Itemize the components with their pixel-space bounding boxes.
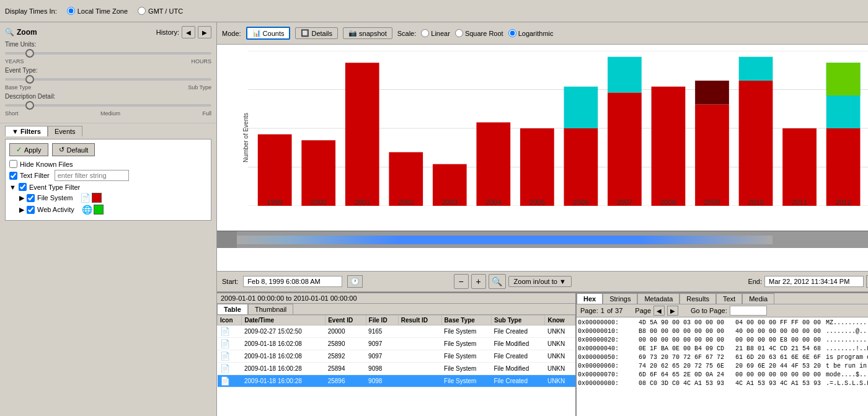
zoom-in-button[interactable]: + xyxy=(471,274,486,289)
web-activity-item: ▶ Web Activity 🌐 xyxy=(19,205,207,215)
hex-tab-strings[interactable]: Strings xyxy=(603,293,637,304)
cell-result-id xyxy=(398,350,441,363)
table-row[interactable]: 📄 2009-01-18 16:00:28 25894 9098 File Sy… xyxy=(218,363,575,375)
hide-known-checkbox[interactable] xyxy=(9,160,17,168)
bar-chart-svg: 1999 2000 2001 2002 2003 2004 2005 2006 … xyxy=(248,51,868,206)
chart-area: Number of Events xyxy=(217,45,868,271)
reset-icon: ↺ xyxy=(59,146,64,154)
cell-sub-type: File Modified xyxy=(492,363,545,375)
svg-text:2000: 2000 xyxy=(311,199,327,206)
col-event-id: Event ID xyxy=(326,316,366,325)
apply-button[interactable]: ✓ Apply xyxy=(9,143,48,156)
cell-base-type: File System xyxy=(441,375,491,387)
cell-result-id xyxy=(398,325,441,338)
checkmark-icon: ✓ xyxy=(16,146,22,154)
svg-rect-18 xyxy=(695,81,729,104)
event-type-checkbox[interactable] xyxy=(19,183,27,191)
cell-file-id: 9097 xyxy=(366,350,398,363)
zoom-title-text: Zoom xyxy=(17,28,37,37)
expand-web-icon: ▶ xyxy=(19,206,24,214)
cell-sub-type: File Modified xyxy=(492,338,545,350)
svg-rect-24 xyxy=(826,63,861,95)
event-type-slider[interactable] xyxy=(25,75,34,84)
page-back-button[interactable]: ◀ xyxy=(653,306,665,316)
cell-know: UNKN xyxy=(545,363,575,375)
hex-row: 0x00000040:0E 1F BA 0E 00 B4 09 CD 21 B8… xyxy=(578,345,868,353)
expand-fs-icon: ▶ xyxy=(19,194,24,202)
start-time-input[interactable] xyxy=(243,276,342,287)
log-option[interactable]: Logarithmic xyxy=(508,29,554,37)
cell-sub-type: File Created xyxy=(492,350,545,363)
history-forward-button[interactable]: ▶ xyxy=(198,26,211,38)
col-base-type: Base Type xyxy=(441,316,491,325)
tab-thumbnail[interactable]: Thumbnail xyxy=(248,304,293,314)
desc-right: Full xyxy=(202,110,211,117)
hex-row: 0x00000000:4D 5A 90 00 03 00 00 00 04 00… xyxy=(578,319,868,327)
tab-filters[interactable]: ▼ Filters xyxy=(5,126,48,136)
table-row[interactable]: 📄 2009-01-18 16:02:08 25892 9097 File Sy… xyxy=(218,350,575,363)
page-num: 1 xyxy=(601,307,604,314)
file-system-checkbox[interactable] xyxy=(27,194,35,202)
cell-file-id: 9097 xyxy=(366,338,398,350)
page-forward-button[interactable]: ▶ xyxy=(667,306,678,316)
details-button[interactable]: 🔲 Details xyxy=(295,27,338,39)
bottom-panel: 2009-01-01 00:00:00 to 2010-01-01 00:00:… xyxy=(217,292,868,416)
counts-button[interactable]: 📊 Counts xyxy=(246,27,291,40)
cell-file-id: 9098 xyxy=(366,375,398,387)
cell-event-id: 25896 xyxy=(326,375,366,387)
zoom-to-button[interactable]: Zoom in/out to ▼ xyxy=(508,276,572,287)
svg-text:2008: 2008 xyxy=(660,199,676,206)
hide-known-label: Hide Known Files xyxy=(20,161,73,168)
text-filter-input[interactable] xyxy=(55,170,129,181)
svg-text:2003: 2003 xyxy=(441,199,458,206)
col-result-id: Result ID xyxy=(398,316,441,325)
data-table: Icon Date/Time Event ID File ID Result I… xyxy=(217,315,575,387)
svg-rect-14 xyxy=(608,92,642,206)
default-button[interactable]: ↺ Default xyxy=(52,143,95,156)
text-filter-label: Text Filter xyxy=(20,172,50,179)
tab-events[interactable]: Events xyxy=(48,126,82,136)
text-filter-checkbox[interactable] xyxy=(9,172,17,180)
local-tz-option[interactable]: Local Time Zone xyxy=(67,7,128,15)
table-row[interactable]: 📄 2009-01-18 16:02:08 25890 9097 File Sy… xyxy=(218,338,575,350)
goto-page-input[interactable] xyxy=(730,306,767,316)
filters-section: ▼ Filters Events ✓ Apply ↺ Default xyxy=(0,123,216,416)
tab-table[interactable]: Table xyxy=(217,304,248,314)
event-type-right: Sub Type xyxy=(188,84,211,91)
sqrt-option[interactable]: Square Root xyxy=(455,29,503,37)
table-row[interactable]: 📄 2009-02-27 15:02:50 20000 9165 File Sy… xyxy=(218,325,575,338)
zoom-section: 🔍 Zoom History: ◀ ▶ Time Units: xyxy=(0,22,216,123)
bottom-right: HexStringsMetadataResultsTextMedia Page:… xyxy=(577,293,868,416)
hex-tab-results[interactable]: Results xyxy=(680,293,716,304)
end-label: End: xyxy=(748,278,762,285)
svg-rect-7 xyxy=(345,63,379,206)
hex-tab-metadata[interactable]: Metadata xyxy=(637,293,680,304)
cell-datetime: 2009-02-27 15:02:50 xyxy=(242,325,326,338)
cell-datetime: 2009-01-18 16:00:28 xyxy=(242,375,326,387)
cell-icon: 📄 xyxy=(218,325,242,338)
total-pages: 37 xyxy=(615,307,622,314)
svg-text:2012: 2012 xyxy=(835,199,851,206)
table-row[interactable]: 📄 2009-01-18 16:00:28 25896 9098 File Sy… xyxy=(218,375,575,387)
snapshot-button[interactable]: 📷 snapshot xyxy=(343,27,392,39)
hex-tab-text[interactable]: Text xyxy=(716,293,742,304)
cell-event-id: 20000 xyxy=(326,325,366,338)
web-activity-checkbox[interactable] xyxy=(27,206,35,214)
hex-tab-hex[interactable]: Hex xyxy=(577,293,603,304)
desc-detail-slider[interactable] xyxy=(25,101,34,110)
timeline-scrubber[interactable] xyxy=(217,231,868,248)
linear-option[interactable]: Linear xyxy=(421,29,450,37)
end-time-input[interactable] xyxy=(764,276,864,287)
gmt-option[interactable]: GMT / UTC xyxy=(138,7,183,15)
zoom-magnifier-button[interactable]: 🔍 xyxy=(489,274,506,289)
zoom-out-button[interactable]: − xyxy=(454,274,469,289)
hex-tab-media[interactable]: Media xyxy=(742,293,774,304)
cell-sub-type: File Created xyxy=(492,375,545,387)
time-units-slider[interactable] xyxy=(25,49,34,58)
event-type-filter-header[interactable]: ▼ Event Type Filter xyxy=(9,183,207,191)
svg-rect-19 xyxy=(739,81,773,206)
start-clock-button[interactable]: 🕐 xyxy=(347,275,363,288)
history-back-button[interactable]: ◀ xyxy=(182,26,195,38)
event-type-filter-label: Event Type Filter xyxy=(29,184,80,191)
file-color-box xyxy=(92,193,102,203)
